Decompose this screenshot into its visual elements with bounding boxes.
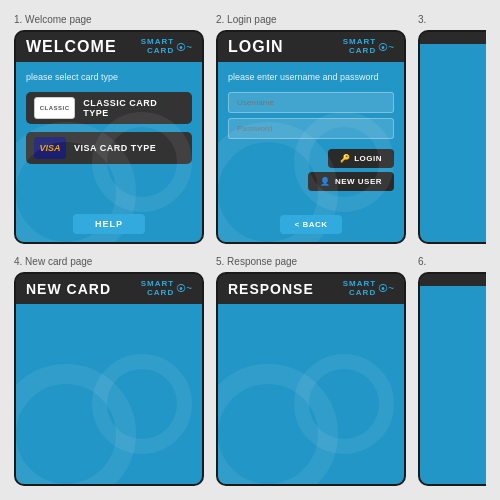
- login-buttons: 🔑 LOGIN 👤 NEW USER: [228, 149, 394, 195]
- welcome-subtitle: please select card type: [26, 72, 192, 82]
- new-card-header: NEW CARD SMART CARD ⦿~: [16, 274, 202, 304]
- partial-phone-3: [418, 30, 486, 244]
- partial-label-3: 3.: [418, 14, 486, 25]
- login-subtitle: please enter username and password: [228, 72, 394, 82]
- login-title: LOGIN: [228, 38, 284, 56]
- smart-card-logo-4: SMART CARD: [343, 280, 376, 298]
- welcome-section: 1. Welcome page WELCOME SMART CARD ⦿~ pl…: [8, 8, 210, 250]
- new-card-body: [16, 304, 202, 484]
- login-header: LOGIN SMART CARD ⦿~: [218, 32, 404, 62]
- help-button[interactable]: HELP: [73, 214, 145, 234]
- wifi-icon-3: ⦿~: [176, 283, 192, 294]
- smart-card-logo-3: SMART CARD: [141, 280, 174, 298]
- response-title: RESPONSE: [228, 281, 314, 297]
- visa-icon: VISA: [34, 137, 66, 159]
- classic-card-button[interactable]: CLASSIC CLASSIC CARD TYPE: [26, 92, 192, 124]
- response-section: 5. Response page RESPONSE SMART CARD ⦿~: [210, 250, 412, 492]
- new-card-title: NEW CARD: [26, 281, 111, 297]
- key-icon: 🔑: [340, 154, 351, 163]
- response-body: [218, 304, 404, 484]
- welcome-title: WELCOME: [26, 38, 117, 56]
- password-input[interactable]: [228, 118, 394, 139]
- new-user-button[interactable]: 👤 NEW USER: [308, 172, 394, 191]
- visa-card-button[interactable]: VISA VISA CARD TYPE: [26, 132, 192, 164]
- welcome-label: 1. Welcome page: [14, 14, 204, 25]
- login-phone: LOGIN SMART CARD ⦿~ please enter usernam…: [216, 30, 406, 244]
- classic-card-label: CLASSIC CARD TYPE: [83, 98, 184, 118]
- partial-section-6: 6.: [412, 250, 492, 492]
- partial-header-3: [420, 32, 486, 44]
- smart-card-logo-2: SMART CARD: [343, 38, 376, 56]
- partial-label-6: 6.: [418, 256, 486, 267]
- login-button[interactable]: 🔑 LOGIN: [328, 149, 394, 168]
- wifi-icon-4: ⦿~: [378, 283, 394, 294]
- new-card-section: 4. New card page NEW CARD SMART CARD ⦿~: [8, 250, 210, 492]
- classic-icon: CLASSIC: [34, 97, 75, 119]
- wifi-icon-2: ⦿~: [378, 42, 394, 53]
- new-card-phone: NEW CARD SMART CARD ⦿~: [14, 272, 204, 486]
- login-section: 2. Login page LOGIN SMART CARD ⦿~ please…: [210, 8, 412, 250]
- partial-header-6: [420, 274, 486, 286]
- partial-section-3: 3.: [412, 8, 492, 250]
- partial-body-6: [420, 286, 486, 484]
- wifi-icon: ⦿~: [176, 42, 192, 53]
- welcome-footer: HELP: [16, 214, 202, 234]
- login-body: please enter username and password 🔑 LOG…: [218, 62, 404, 242]
- user-icon: 👤: [320, 177, 331, 186]
- welcome-phone: WELCOME SMART CARD ⦿~ please select card…: [14, 30, 204, 244]
- new-card-label: 4. New card page: [14, 256, 204, 267]
- back-button[interactable]: < BACK: [280, 215, 341, 234]
- visa-card-label: VISA CARD TYPE: [74, 143, 156, 153]
- partial-phone-6: [418, 272, 486, 486]
- response-header: RESPONSE SMART CARD ⦿~: [218, 274, 404, 304]
- welcome-body: please select card type CLASSIC CLASSIC …: [16, 62, 202, 242]
- login-label: 2. Login page: [216, 14, 406, 25]
- smart-card-logo: SMART CARD: [141, 38, 174, 56]
- response-phone: RESPONSE SMART CARD ⦿~: [216, 272, 406, 486]
- username-input[interactable]: [228, 92, 394, 113]
- partial-body-3: [420, 44, 486, 242]
- welcome-header: WELCOME SMART CARD ⦿~: [16, 32, 202, 62]
- response-label: 5. Response page: [216, 256, 406, 267]
- login-footer: < BACK: [218, 215, 404, 234]
